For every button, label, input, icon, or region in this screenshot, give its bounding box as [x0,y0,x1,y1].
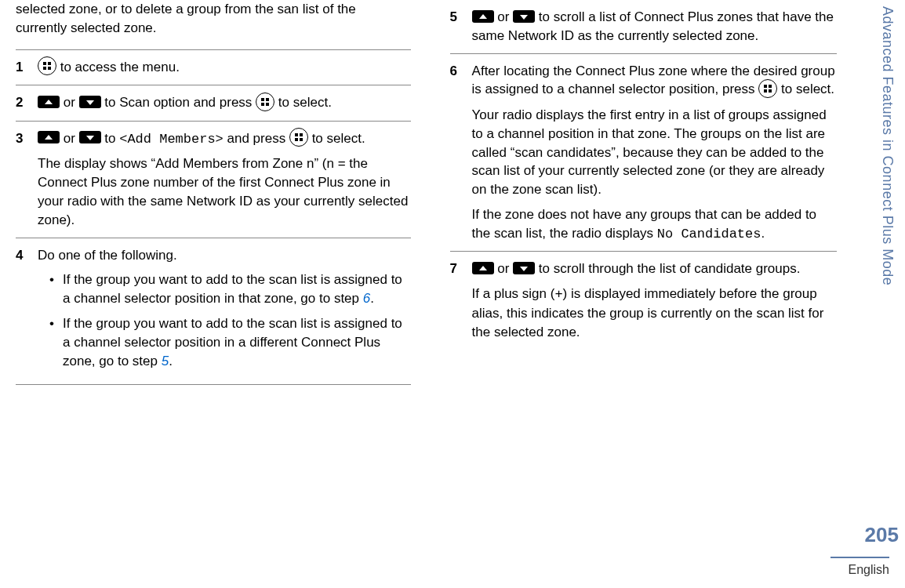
step-3: 3 or to <Add Members> and press to selec… [16,121,411,238]
step-content: to access the menu. [38,58,411,78]
step-number: 7 [450,260,464,341]
step-intro: Do one of the following. [38,246,411,265]
plus-sign-code: + [554,287,562,302]
step-number: 1 [16,58,30,78]
step-number: 6 [450,62,464,244]
bullet-list: If the group you want to add to the scan… [38,270,411,370]
step-link[interactable]: 5 [162,354,169,368]
step-content: or to <Add Members> and press to select.… [38,129,411,230]
text: to access the menu. [56,60,180,74]
page-container: selected zone, or to delete a group from… [0,0,905,588]
explain-text: Your radio displays the first entry in a… [472,106,838,199]
step-link[interactable]: 6 [363,291,370,306]
text: to select. [274,95,332,110]
text: . [169,354,173,368]
step-content: or to Scan option and press to select. [38,93,411,113]
list-item: If the group you want to add to the scan… [53,314,411,370]
text: If a plus sign ( [472,286,555,301]
up-arrow-icon [38,96,60,108]
text: to select. [308,131,365,146]
step-6: 6 After locating the Connect Plus zone w… [450,54,838,252]
down-arrow-icon [79,131,101,143]
text: . [761,226,765,241]
list-item: If the group you want to add to the scan… [53,270,411,308]
step-content: Do one of the following. If the group yo… [38,246,411,377]
step-content: or to scroll a list of Connect Plus zone… [472,8,838,45]
down-arrow-icon [513,10,535,23]
up-arrow-icon [38,131,60,143]
no-candidates-code: No Candidates [657,227,761,241]
step-number: 2 [16,93,30,113]
left-column: selected zone, or to delete a group from… [16,0,427,588]
text: to select. [777,82,834,96]
step-7: 7 or to scroll through the list of candi… [450,252,838,349]
step-number: 5 [450,8,464,45]
down-arrow-icon [513,262,535,274]
up-arrow-icon [472,262,494,274]
step-1: 1 to access the menu. [16,49,411,85]
right-column: 5 or to scroll a list of Connect Plus zo… [427,0,838,588]
menu-icon [289,128,308,147]
menu-icon [38,56,56,75]
step-number: 3 [16,129,30,230]
text: to [101,131,120,146]
menu-icon [758,79,777,98]
text: and press [224,131,289,146]
intro-text: selected zone, or to delete a group from… [16,0,411,38]
add-members-code: <Add Members> [119,132,224,147]
text: to scroll through the list of candidate … [535,261,800,276]
text: If the group you want to add to the scan… [63,272,402,306]
step-2: 2 or to Scan option and press to select. [16,85,411,121]
step-content: After locating the Connect Plus zone whe… [472,62,838,244]
language-label: English [830,557,889,579]
text: or [60,95,79,110]
text: to Scan option and press [101,95,256,110]
step-content: or to scroll through the list of candida… [472,260,838,341]
text: or [494,9,514,24]
section-title-vertical: Advanced Features in Connect Plus Mode [878,0,897,285]
step-number: 4 [16,246,30,377]
text: If the group you want to add to the scan… [63,316,402,368]
text: or [60,131,79,146]
up-arrow-icon [472,10,494,23]
text: . [370,291,374,306]
menu-icon [256,93,274,111]
page-number: 205 [865,521,899,549]
down-arrow-icon [79,96,101,108]
text: or [494,261,514,276]
explain-text: The display shows “Add Members from Zone… [38,154,411,229]
step-4: 4 Do one of the following. If the group … [16,238,411,386]
step-5: 5 or to scroll a list of Connect Plus zo… [450,0,838,54]
